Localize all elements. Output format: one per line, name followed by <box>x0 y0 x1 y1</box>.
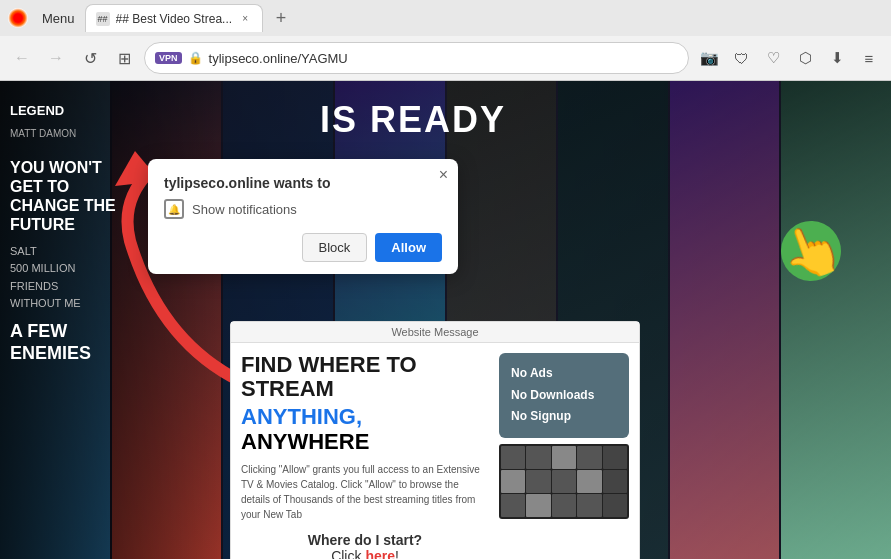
wm-click-text: Click <box>331 548 365 559</box>
nav-icons-right: 📷 🛡 ♡ ⬡ ⬇ ≡ <box>695 44 883 72</box>
refresh-button[interactable]: ↺ <box>76 44 104 72</box>
left-movie-sub: MATT DAMON <box>10 126 210 142</box>
thumb-1 <box>501 446 525 469</box>
left-movie-title: LEGEND <box>10 101 210 122</box>
new-tab-button[interactable]: + <box>267 4 295 32</box>
notification-text: Show notifications <box>192 202 297 217</box>
wm-badge: No Ads No Downloads No Signup <box>499 353 629 438</box>
thumb-6 <box>501 470 525 493</box>
download-button[interactable]: ⬇ <box>823 44 851 72</box>
browser-chrome: Menu ## ## Best Video Strea... × + ← → ↺… <box>0 0 891 81</box>
is-ready-text: IS READY <box>320 99 506 141</box>
popup-close-button[interactable]: × <box>439 167 448 183</box>
tab-close-button[interactable]: × <box>238 12 252 26</box>
wm-left: FIND WHERE TO STREAM ANYTHING, ANYWHERE … <box>241 353 489 559</box>
notification-popup: × tylipseco.online wants to 🔔 Show notif… <box>148 159 458 274</box>
thumb-5 <box>603 446 627 469</box>
vpn-badge: VPN <box>155 52 182 64</box>
wm-big-title: FIND WHERE TO STREAM <box>241 353 489 401</box>
thumb-9 <box>577 470 601 493</box>
shield-button[interactable]: 🛡 <box>727 44 755 72</box>
thumb-11 <box>501 494 525 517</box>
wm-subtitle: ANYTHING, ANYWHERE <box>241 405 489 453</box>
tab-title: ## Best Video Strea... <box>116 12 233 26</box>
wm-right: No Ads No Downloads No Signup <box>499 353 629 559</box>
tab-bar: Menu ## ## Best Video Strea... × + <box>0 0 891 36</box>
popup-buttons: Block Allow <box>164 233 442 262</box>
badge-line1: No Ads <box>511 363 617 385</box>
thumb-7 <box>526 470 550 493</box>
wm-anywhere: ANYWHERE <box>241 429 369 454</box>
wm-where: Where do I start? <box>241 532 489 548</box>
forward-button[interactable]: → <box>42 44 70 72</box>
menu-button[interactable]: Menu <box>36 9 81 28</box>
nav-bar: ← → ↺ ⊞ VPN 🔒 tylipseco.online/YAGMU 📷 🛡… <box>0 36 891 80</box>
thumb-13 <box>552 494 576 517</box>
thumb-8 <box>552 470 576 493</box>
left-enemies: A FEWENEMIES <box>10 321 210 364</box>
grid-button[interactable]: ⊞ <box>110 44 138 72</box>
wm-here-link[interactable]: here <box>365 548 395 559</box>
wm-preview-image <box>499 444 629 519</box>
thumb-10 <box>603 470 627 493</box>
popup-notification-row: 🔔 Show notifications <box>164 199 442 219</box>
thumb-2 <box>526 446 550 469</box>
block-button[interactable]: Block <box>302 233 368 262</box>
badge-line3: No Signup <box>511 406 617 428</box>
wm-click: Click here! <box>241 548 489 559</box>
left-text-overlay: LEGEND MATT DAMON YOU WON'TGET TOCHANGE … <box>0 81 220 559</box>
wm-description: Clicking "Allow" grants you full access … <box>241 462 489 522</box>
popup-wants-to: wants to <box>274 175 331 191</box>
wm-exclaim: ! <box>395 548 399 559</box>
thumb-14 <box>577 494 601 517</box>
thumb-4 <box>577 446 601 469</box>
lock-icon: 🔒 <box>188 51 203 65</box>
website-message-header: Website Message <box>231 322 639 343</box>
browser-menu-button[interactable]: ≡ <box>855 44 883 72</box>
wm-anything: ANYTHING, <box>241 404 362 429</box>
thumb-12 <box>526 494 550 517</box>
cube-button[interactable]: ⬡ <box>791 44 819 72</box>
address-text[interactable]: tylipseco.online/YAGMU <box>209 51 678 66</box>
address-bar[interactable]: VPN 🔒 tylipseco.online/YAGMU <box>144 42 689 74</box>
heart-button[interactable]: ♡ <box>759 44 787 72</box>
popup-title: tylipseco.online wants to <box>164 175 442 191</box>
popup-site: tylipseco.online <box>164 175 270 191</box>
website-message-body: FIND WHERE TO STREAM ANYTHING, ANYWHERE … <box>231 343 639 559</box>
badge-line2: No Downloads <box>511 385 617 407</box>
tab-favicon: ## <box>96 12 110 26</box>
website-message-popup: Website Message FIND WHERE TO STREAM ANY… <box>230 321 640 559</box>
back-button[interactable]: ← <box>8 44 36 72</box>
thumb-3 <box>552 446 576 469</box>
notification-bell-icon: 🔔 <box>164 199 184 219</box>
allow-button[interactable]: Allow <box>375 233 442 262</box>
page-content: IS READY LEGEND MATT DAMON YOU WON'TGET … <box>0 81 891 559</box>
thumb-15 <box>603 494 627 517</box>
camera-button[interactable]: 📷 <box>695 44 723 72</box>
active-tab[interactable]: ## ## Best Video Strea... × <box>85 4 264 32</box>
opera-logo <box>8 8 28 28</box>
